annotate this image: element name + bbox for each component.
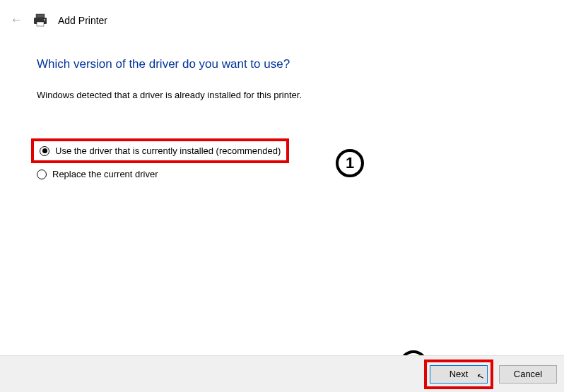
radio-option-use-installed[interactable]: Use the driver that is currently install… <box>31 138 289 163</box>
wizard-content: Which version of the driver do you want … <box>0 36 564 184</box>
question-heading: Which version of the driver do you want … <box>37 57 557 71</box>
svg-point-3 <box>44 19 45 20</box>
back-arrow-icon[interactable]: ← <box>10 13 23 28</box>
printer-icon <box>33 13 48 28</box>
cancel-button[interactable]: Cancel <box>499 365 557 384</box>
annotation-highlight-next: Next ↖ <box>424 360 493 389</box>
radio-icon <box>40 146 49 156</box>
radio-label-use-installed: Use the driver that is currently install… <box>55 145 281 156</box>
wizard-header: ← Add Printer <box>0 0 564 36</box>
annotation-step-1: 1 <box>336 149 364 177</box>
svg-rect-2 <box>37 22 44 26</box>
description-text: Windows detected that a driver is alread… <box>37 90 557 100</box>
cursor-icon: ↖ <box>476 370 485 381</box>
radio-label-replace: Replace the current driver <box>52 169 158 179</box>
radio-option-replace[interactable]: Replace the current driver <box>31 165 164 184</box>
next-button[interactable]: Next ↖ <box>430 365 488 384</box>
wizard-footer: Next ↖ Cancel <box>0 355 564 392</box>
driver-radio-group: Use the driver that is currently install… <box>31 138 557 184</box>
radio-icon <box>37 170 47 179</box>
wizard-title: Add Printer <box>58 15 107 26</box>
svg-rect-0 <box>36 14 45 18</box>
